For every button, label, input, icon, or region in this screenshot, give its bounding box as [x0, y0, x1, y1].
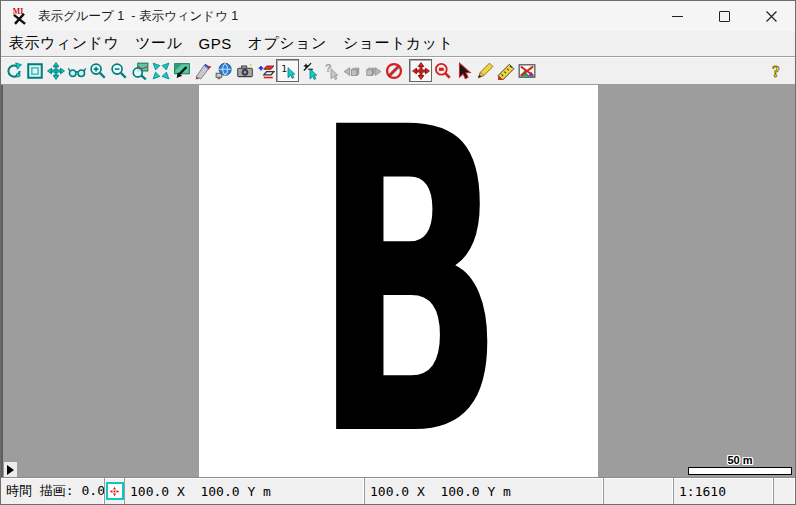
status-empty-cell [604, 478, 674, 504]
web-link-button[interactable] [213, 59, 234, 83]
app-icon: MI [10, 7, 29, 25]
status-resize-cell [774, 478, 795, 504]
zoom-in-icon [89, 62, 107, 80]
zoom-map-icon [131, 62, 149, 80]
close-button[interactable] [748, 1, 795, 31]
help-button[interactable]: ? [766, 59, 787, 83]
globe-icon [215, 62, 233, 80]
select-toggle-button[interactable] [299, 59, 320, 83]
select-toggle-icon [301, 62, 319, 80]
sidebar-toggle-button[interactable] [4, 462, 17, 478]
redraw-icon [5, 62, 23, 80]
zoom-to-active-button[interactable] [129, 59, 150, 83]
minimize-button[interactable] [654, 1, 701, 31]
maximize-button[interactable] [701, 1, 748, 31]
pan-tool-button[interactable] [409, 59, 432, 82]
close-icon [766, 11, 777, 22]
zoom-box-icon [434, 62, 452, 80]
zoom-out-icon [110, 62, 128, 80]
minimize-icon [672, 16, 683, 17]
maximize-icon [719, 11, 730, 22]
menu-gps[interactable]: GPS [198, 35, 231, 52]
glasses-icon [68, 62, 86, 80]
window-title: 表示グループ 1 - 表示ウィンドウ 1 [38, 8, 238, 25]
pointer-icon [455, 62, 473, 80]
status-position-cell [105, 478, 125, 504]
toolbar: 1 ? [1, 56, 795, 85]
pan-view-button[interactable] [45, 59, 66, 83]
sketch-tool-button[interactable] [474, 59, 495, 83]
measure-tool-button[interactable] [495, 59, 516, 83]
svg-text:1: 1 [281, 62, 287, 73]
ruler-icon [497, 62, 515, 80]
next-element-button[interactable] [362, 59, 383, 83]
menu-display-window[interactable]: 表示ウィンドウ [9, 34, 119, 53]
prev-element-icon [343, 62, 361, 80]
add-layer-button[interactable] [255, 59, 276, 83]
select-single-button[interactable]: 1 [276, 59, 299, 82]
scalebar: 50 m [688, 455, 792, 475]
zoom-in-button[interactable] [87, 59, 108, 83]
pan-view-icon [47, 62, 65, 80]
crosshair-icon [106, 482, 124, 500]
menu-shortcuts[interactable]: ショートカット [343, 34, 454, 53]
raster-image: B [199, 85, 598, 479]
pan-tool-icon [412, 62, 430, 80]
redraw-button[interactable] [3, 59, 24, 83]
letter-b: B [313, 85, 505, 479]
statusbar: 時間 描画: 0.0 100.0 X 100.0 Y m 100.0 X 100… [1, 477, 795, 504]
full-view-icon [26, 62, 44, 80]
status-view-position: 100.0 X 100.0 Y m [365, 478, 604, 504]
map-canvas[interactable]: B 50 m [1, 85, 795, 479]
geotoolbox-icon [518, 62, 536, 80]
zoom-box-tool-button[interactable] [432, 59, 453, 83]
status-draw-time: 時間 描画: 0.0 [1, 478, 105, 504]
display-window: MI 表示グループ 1 - 表示ウィンドウ 1 表示ウィンドウ ツール GPS … [0, 0, 796, 505]
window-controls [654, 1, 795, 31]
menubar: 表示ウィンドウ ツール GPS オプション ショートカット [1, 31, 795, 56]
letter-raster: B [199, 85, 598, 479]
menu-tools[interactable]: ツール [135, 34, 182, 53]
titlebar: MI 表示グループ 1 - 表示ウィンドウ 1 [1, 1, 795, 31]
scalebar-bar [688, 467, 792, 475]
cancel-button[interactable] [383, 59, 404, 83]
next-element-icon [364, 62, 382, 80]
previous-element-button[interactable] [341, 59, 362, 83]
add-layer-icon [257, 62, 275, 80]
pencil-icon [476, 62, 494, 80]
select-single-icon: 1 [279, 62, 297, 80]
full-view-button[interactable] [24, 59, 45, 83]
svg-text:?: ? [771, 62, 779, 79]
previous-view-button[interactable] [171, 59, 192, 83]
zoom-out-button[interactable] [108, 59, 129, 83]
viewpoint-button[interactable] [66, 59, 87, 83]
help-cursor-icon: ? [322, 62, 340, 80]
fit-extents-icon [152, 62, 170, 80]
select-help-button[interactable]: ? [320, 59, 341, 83]
help-icon: ? [768, 62, 786, 80]
brush-icon [194, 62, 212, 80]
refresh-layer-button[interactable] [192, 59, 213, 83]
snapshot-button[interactable] [234, 59, 255, 83]
status-cursor-position: 100.0 X 100.0 Y m [125, 478, 365, 504]
map-arrow-icon [173, 62, 191, 80]
scalebar-label: 50 m [688, 455, 792, 466]
menu-options[interactable]: オプション [248, 34, 327, 53]
geotoolbox-button[interactable] [516, 59, 537, 83]
expand-arrow-icon [7, 465, 14, 475]
cancel-icon [385, 62, 403, 80]
fit-extents-button[interactable] [150, 59, 171, 83]
camera-icon [236, 62, 254, 80]
pointer-tool-button[interactable] [453, 59, 474, 83]
status-map-scale: 1:1610 [674, 478, 774, 504]
